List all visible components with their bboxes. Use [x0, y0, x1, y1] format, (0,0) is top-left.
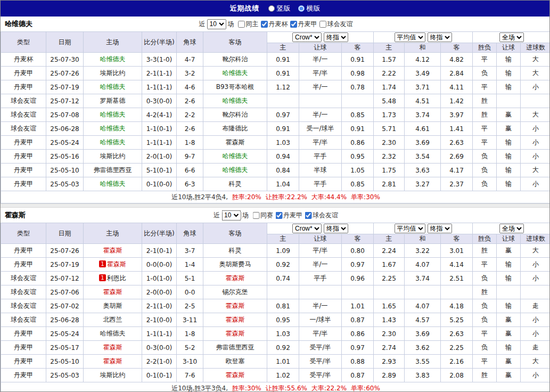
result-row: 丹麦甲25-05-24哈维德夫1-1(1-1)1-8霍森斯1.03平/半0.86…	[1, 327, 550, 341]
subheader-odds-handicap: 让球	[299, 234, 342, 244]
bookmaker-select[interactable]: Crow*	[292, 32, 322, 42]
home-team-link[interactable]: 霍森斯	[103, 288, 122, 296]
radio-input[interactable]	[298, 5, 305, 12]
bookmaker-select[interactable]: Crow*	[292, 224, 322, 233]
topbar: 近期战绩 竖版横版	[1, 1, 549, 17]
average-stage-select[interactable]: 终指	[428, 224, 452, 233]
radio-input[interactable]	[268, 5, 275, 12]
odds-handicap-cell: 受一/球半	[299, 122, 342, 136]
goals-cell	[521, 285, 550, 299]
average-select[interactable]: 平均值	[395, 32, 425, 42]
away-team-link[interactable]: 霍森斯	[226, 274, 245, 282]
filter-checkbox-input[interactable]	[290, 21, 297, 28]
odds-stage-select[interactable]: 终指	[324, 224, 348, 233]
handicap-result-cell: 输	[497, 136, 521, 150]
away-team-link[interactable]: 科灵	[229, 180, 242, 187]
away-team-link[interactable]: 哈维德夫	[223, 152, 248, 160]
home-team-link[interactable]: 霍森斯	[103, 344, 122, 351]
home-team-link[interactable]: 霍森斯	[103, 247, 122, 254]
filter-checkbox-input[interactable]	[261, 21, 268, 28]
away-team-link[interactable]: 霍森斯	[226, 330, 245, 337]
date-cell: 25-07-30	[46, 53, 84, 67]
filter-checkbox-input[interactable]	[252, 212, 259, 219]
average-select[interactable]: 平均值	[395, 224, 425, 233]
filter-checkbox-2[interactable]: 球会友谊	[305, 211, 338, 220]
home-team-link[interactable]: 弗雷德里西亚	[94, 166, 132, 174]
away-team-link[interactable]: 弗雷德里西亚	[216, 344, 255, 351]
radio-vertical-layout[interactable]: 竖版	[268, 4, 291, 13]
layout-radios: 竖版横版	[268, 4, 321, 13]
away-team-link[interactable]: 靴尔科治	[223, 111, 248, 118]
away-team-link[interactable]: 欧登塞	[226, 357, 245, 365]
result-row: 球会友谊25-07-06霍森斯2-0(0-0)0-0锡尔克堡胜	[1, 285, 550, 299]
away-team-link[interactable]: 奥胡斯费马	[219, 260, 251, 268]
recent-count-select[interactable]: 10	[221, 210, 241, 220]
home-team-link[interactable]: 哈维德夫	[100, 111, 126, 118]
odds-home-cell: 0.92	[267, 258, 299, 272]
home-team-link[interactable]: 哈维德夫	[100, 180, 126, 187]
home-team-link[interactable]: 北西兰	[103, 316, 122, 323]
filter-checkbox-0[interactable]: 同赛	[252, 211, 273, 220]
home-team-link[interactable]: 哈维德夫	[100, 83, 126, 91]
away-team-link[interactable]: 靴尔科治	[223, 55, 248, 63]
home-team-link[interactable]: 哈维德夫	[100, 125, 126, 132]
summary-stat-0: 胜率:20%	[232, 193, 261, 201]
away-team-link[interactable]: 霍森斯	[226, 316, 245, 323]
match-scope-select[interactable]: 全场	[499, 224, 524, 233]
summary-row: 近10场,胜2平4负4,胜率:20%让胜率:22.2%大率:44.4%单率:30…	[1, 191, 550, 203]
subheader-odds-handicap: 让球	[299, 43, 342, 53]
away-team-link[interactable]: 霍森斯	[226, 138, 245, 146]
away-team-link[interactable]: B93哥本哈根	[216, 83, 255, 91]
filter-checkbox-1[interactable]: 丹麦甲	[275, 211, 302, 220]
home-team-link[interactable]: 奥胡斯	[103, 302, 122, 309]
away-team-link[interactable]: 科灵	[229, 247, 242, 254]
filter-checkbox-input[interactable]	[305, 212, 311, 219]
match-scope-select[interactable]: 全场	[499, 32, 524, 42]
away-team-link[interactable]: 哈维德夫	[223, 97, 248, 104]
away-team-link[interactable]: 霍森斯	[226, 371, 245, 379]
home-team-link[interactable]: 利恩比	[107, 274, 126, 282]
home-team-link[interactable]: 霍森斯	[103, 357, 122, 365]
column-header-date: 日期	[46, 223, 84, 244]
home-team-link[interactable]: 埃斯比约	[100, 69, 126, 77]
odds-stage-select[interactable]: 终指	[324, 32, 348, 42]
home-team-link[interactable]: 霍森斯	[107, 260, 126, 268]
recent-count-select[interactable]: 10	[207, 19, 226, 29]
away-team-cell: 哈维德夫	[203, 164, 267, 177]
average-stage-select[interactable]: 终指	[428, 32, 452, 42]
away-team-cell: 霍森斯	[203, 299, 267, 313]
filter-checkbox-input[interactable]	[319, 21, 326, 28]
result-row: 丹麦甲25-05-10霍森斯2-2(1-0)3-10欧登塞1.01受平/半0.8…	[1, 355, 550, 369]
filter-checkbox-0[interactable]: 同主	[238, 20, 259, 29]
handicap-result-cell: 输	[497, 258, 521, 272]
result-cell: 胜	[473, 369, 497, 382]
summary-stat-0: 胜率:30%	[232, 385, 261, 392]
home-team-link[interactable]: 罗斯基德	[100, 97, 126, 104]
radio-horizontal-layout[interactable]: 横版	[298, 4, 321, 13]
goals-cell	[521, 94, 550, 108]
filter-checkbox-3[interactable]: 球会友谊	[319, 20, 353, 29]
subheader-odds-home: 主	[267, 43, 299, 53]
filter-checkbox-2[interactable]: 丹麦甲	[290, 20, 317, 29]
avg-draw-cell	[405, 285, 441, 299]
avg-home-cell: 2.32	[374, 150, 405, 164]
avg-away-cell: 2.25	[441, 341, 473, 355]
home-team-link[interactable]: 哈维德夫	[100, 138, 126, 146]
filter-checkbox-input[interactable]	[238, 21, 245, 28]
summary-stat-2: 大率:44.4%	[311, 193, 347, 201]
date-cell: 25-05-03	[46, 177, 84, 191]
away-team-link[interactable]: 布隆德比	[223, 125, 248, 132]
away-team-link[interactable]: 哈维德夫	[223, 69, 248, 77]
away-team-link[interactable]: 霍森斯	[226, 302, 245, 309]
home-team-link[interactable]: 埃斯比约	[100, 152, 126, 160]
section-band: 霍森斯近10场同赛丹麦甲球会友谊	[1, 208, 549, 223]
away-team-link[interactable]: 锡尔克堡	[223, 288, 248, 296]
home-team-link[interactable]: 哈维德夫	[100, 330, 126, 337]
filter-checkbox-input[interactable]	[275, 212, 282, 219]
home-team-link[interactable]: 埃斯比约	[100, 371, 126, 379]
away-team-link[interactable]: 哈维德夫	[223, 166, 248, 174]
goals-cell: 大	[521, 53, 550, 67]
odds-handicap-cell: 平/半	[299, 67, 342, 80]
home-team-link[interactable]: 哈维德夫	[100, 55, 126, 63]
filter-checkbox-1[interactable]: 丹麦杯	[261, 20, 288, 29]
